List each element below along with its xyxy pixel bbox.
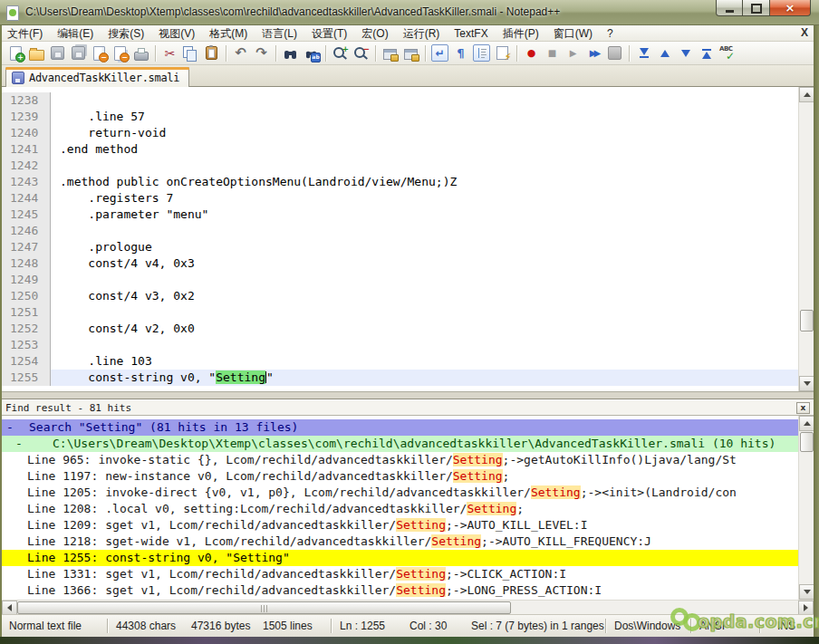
sync-horizontal-scroll-button[interactable] — [402, 44, 419, 62]
find-result-panel[interactable]: -Search "Setting" (81 hits in 13 files)-… — [2, 416, 814, 600]
spell-check-button[interactable]: ABC✓ — [718, 44, 736, 62]
nav-next-button[interactable] — [677, 44, 694, 62]
zoom-in-button[interactable]: + — [332, 44, 349, 62]
editor-vertical-scrollbar[interactable] — [798, 87, 814, 391]
cut-button[interactable]: ✂ — [161, 44, 178, 62]
find-result-row[interactable]: Line 1255:const-string v0, "Setting" — [2, 550, 798, 566]
status-divider — [107, 619, 109, 633]
maximize-button[interactable] — [743, 0, 769, 16]
save-button[interactable] — [49, 44, 66, 62]
nav-prev-button[interactable] — [656, 44, 673, 62]
menu-item[interactable]: 格式(M) — [202, 25, 255, 42]
redo-button[interactable]: ↷ — [253, 44, 270, 62]
doc-lightning-icon: ⚡ — [496, 46, 508, 60]
scroll-down-button[interactable] — [799, 376, 814, 391]
panel-splitter[interactable] — [2, 391, 814, 399]
encoding-status[interactable]: ANSI — [699, 615, 725, 637]
line-number: 1254 — [2, 353, 51, 370]
minimize-button[interactable] — [716, 0, 743, 16]
close-all-button[interactable]: − — [111, 44, 129, 62]
menu-item[interactable]: 文件(F) — [0, 25, 50, 42]
sync-vertical-scroll-button[interactable] — [381, 44, 399, 62]
eol-format[interactable]: Dos\Windows — [614, 615, 680, 637]
close-button[interactable]: × — [769, 0, 811, 16]
menu-item[interactable]: 视图(V) — [151, 25, 202, 42]
menu-item[interactable]: 宏(O) — [354, 25, 395, 42]
macro-record-button[interactable]: ● — [523, 44, 540, 62]
nav-first-button[interactable] — [635, 44, 652, 62]
code-text: .line 57 — [51, 109, 798, 125]
insert-mode[interactable]: INS — [777, 615, 795, 637]
arrow-up-icon — [804, 92, 811, 97]
menu-item[interactable]: 运行(R) — [396, 25, 448, 42]
scroll-up-button[interactable] — [799, 87, 814, 102]
line-number: 1249 — [2, 272, 51, 288]
open-file-button[interactable] — [28, 44, 45, 62]
menu-item[interactable]: 搜索(S) — [101, 25, 151, 42]
menubar-close-button[interactable]: X — [801, 26, 808, 39]
find-result-header[interactable]: Find result - 81 hits x — [2, 399, 814, 416]
close-file-button[interactable]: − — [91, 44, 108, 62]
collapse-marker[interactable]: - — [6, 419, 14, 436]
menu-items: 文件(F)编辑(E)搜索(S)视图(V)格式(M)语言(L)设置(T)宏(O)运… — [0, 25, 621, 42]
undo-button[interactable]: ↶ — [232, 44, 249, 62]
collapse-marker[interactable]: - — [15, 436, 23, 452]
close-icon: × — [785, 2, 795, 14]
zoom-out-button[interactable]: − — [352, 44, 370, 62]
scrollbar-thumb[interactable] — [800, 432, 814, 452]
floppy-stack-icon — [72, 46, 85, 60]
scroll-down-button[interactable] — [799, 584, 814, 600]
result-line-number: Line 1331: — [27, 566, 105, 582]
title-bar[interactable]: C:\Users\Dream\Desktop\Xtemp\classes\com… — [0, 0, 819, 25]
toolbar-separator — [226, 45, 227, 62]
tab-advancedtaskkiller-smali[interactable]: AdvancedTaskKiller.smali — [5, 67, 189, 87]
selected-text: Setting — [216, 370, 265, 384]
file-header-row[interactable]: -C:\Users\Dream\Desktop\Xtemp\classes\co… — [2, 436, 798, 452]
macro-stop-button[interactable]: ■ — [544, 44, 561, 62]
clipboard-icon — [206, 46, 217, 60]
indent-guide-button[interactable] — [473, 44, 490, 62]
menu-item[interactable]: TextFX — [447, 25, 495, 42]
new-file-button[interactable]: + — [7, 44, 24, 62]
scroll-up-button[interactable] — [799, 416, 814, 431]
macro-play-button[interactable]: ▶ — [564, 44, 582, 62]
spell-check-icon: ABC✓ — [719, 46, 735, 60]
find-button[interactable] — [282, 44, 299, 62]
scrollbar-thumb[interactable] — [800, 310, 814, 332]
search-header-row[interactable]: -Search "Setting" (81 hits in 13 files) — [2, 419, 798, 436]
find-vertical-scrollbar[interactable] — [798, 416, 814, 600]
find-result-row[interactable]: Line 1366:sget v1, Lcom/rechild/advanced… — [2, 582, 798, 599]
find-result-row[interactable]: Line 1218:sget-wide v1, Lcom/rechild/adv… — [2, 533, 798, 550]
find-result-row[interactable]: Line 1208:.local v0, setting:Lcom/rechil… — [2, 501, 798, 517]
find-result-row[interactable]: Line 965:invoke-static {}, Lcom/rechild/… — [2, 452, 798, 468]
save-all-button[interactable] — [70, 44, 87, 62]
menu-item[interactable]: 编辑(E) — [50, 25, 101, 42]
menu-item[interactable]: 语言(L) — [255, 25, 304, 42]
find-result-row[interactable]: Line 1197:new-instance v0, Lcom/rechild/… — [2, 468, 798, 485]
find-panel-close-button[interactable]: x — [796, 402, 810, 414]
print-button[interactable] — [132, 44, 149, 62]
nav-last-button[interactable] — [698, 44, 715, 62]
function-completion-button[interactable]: ⚡ — [494, 44, 511, 62]
result-line-number: Line 1205: — [27, 485, 105, 501]
scrollbar-thumb[interactable] — [17, 601, 511, 614]
scroll-left-button[interactable] — [2, 601, 17, 615]
show-all-characters-button[interactable]: ¶ — [452, 44, 469, 62]
paste-button[interactable] — [203, 44, 220, 62]
scroll-right-button[interactable] — [798, 601, 814, 615]
find-result-row[interactable]: Line 1331:sget v1, Lcom/rechild/advanced… — [2, 566, 798, 582]
copy-button[interactable] — [182, 44, 199, 62]
word-wrap-button[interactable]: ↵ — [431, 44, 448, 62]
macro-save-button[interactable] — [606, 44, 623, 62]
status-bar: Normal text file 44308 chars 47316 bytes… — [2, 614, 814, 637]
menu-item[interactable]: ? — [600, 25, 621, 42]
find-result-row[interactable]: Line 1209:sget v1, Lcom/rechild/advanced… — [2, 517, 798, 533]
menu-item[interactable]: 窗口(W) — [546, 25, 600, 42]
macro-run-multiple-button[interactable]: ▶▶ — [585, 44, 602, 62]
menu-item[interactable]: 插件(P) — [496, 25, 546, 42]
find-horizontal-scrollbar[interactable] — [2, 600, 814, 614]
find-result-row[interactable]: Line 1205:invoke-direct {v0, v1, p0}, Lc… — [2, 485, 798, 501]
editor[interactable]: 12381239 .line 571240 return-void1241.en… — [2, 87, 814, 391]
menu-item[interactable]: 设置(T) — [304, 25, 354, 42]
replace-button[interactable]: ab — [303, 44, 320, 62]
